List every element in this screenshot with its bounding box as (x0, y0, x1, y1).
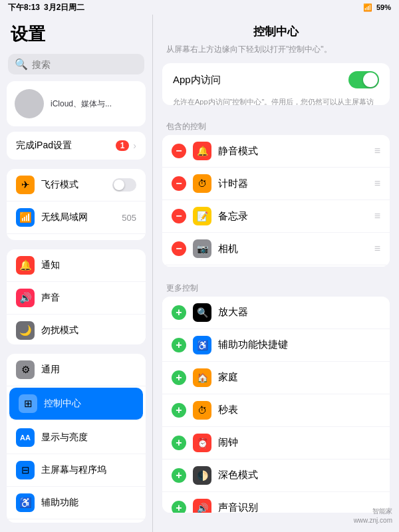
more-control-row: + 🏠 家庭 (162, 362, 390, 394)
profile-section[interactable]: iCloud、媒体与... (7, 81, 146, 126)
display-label: 显示与亮度 (41, 432, 136, 444)
battery-label: 59% (376, 3, 391, 11)
main-layout: 设置 🔍 iCloud、媒体与... 完成iPad设置 1 › ✈ 飞行模式 (0, 15, 399, 532)
more-controls-card: + 🔍 放大器 + ♿ 辅助功能快捷键 + 🏠 家庭 + ⏱ 秒表 + ⏰ 闹钟… (162, 297, 390, 513)
display-icon: AA (16, 428, 35, 447)
drag-handle-icon[interactable]: ≡ (374, 178, 380, 190)
dnd-icon: 🌙 (16, 321, 35, 340)
control-label: 秒表 (218, 404, 380, 416)
sidebar-item-notifications[interactable]: 🔔 通知 (7, 249, 146, 282)
wifi-value: 505 (122, 213, 136, 223)
sidebar-item-general[interactable]: ⚙ 通用 (7, 354, 146, 386)
included-controls-card: − 🔔 静音模式 ≡ − ⏱ 计时器 ≡ − 📝 备忘录 ≡ − 📷 相机 ≡ … (162, 135, 390, 266)
drag-handle-icon[interactable]: ≡ (374, 145, 380, 157)
time-label: 下午8:13 (8, 2, 40, 13)
profile-subtitle: iCloud、媒体与... (51, 98, 112, 110)
general-icon: ⚙ (16, 360, 35, 379)
controlcenter-label: 控制中心 (44, 398, 134, 410)
status-icons: 📶 59% (363, 3, 391, 12)
add-control-button[interactable]: + (172, 338, 186, 352)
chevron-right-icon: › (133, 140, 136, 151)
search-input[interactable] (32, 59, 138, 70)
control-icon: 🔔 (193, 142, 211, 160)
control-label: 相机 (218, 243, 368, 255)
control-icon: ♿ (193, 336, 211, 354)
sidebar-item-accessibility[interactable]: ♿ 辅助功能 (7, 487, 146, 519)
sidebar: 设置 🔍 iCloud、媒体与... 完成iPad设置 1 › ✈ 飞行模式 (0, 15, 153, 532)
included-control-row: − ⬛ 扫码器 ≡ (162, 265, 390, 266)
complete-setup-row[interactable]: 完成iPad设置 1 › (7, 132, 146, 160)
add-control-button[interactable]: + (172, 403, 186, 418)
accessibility-label: 辅助功能 (41, 497, 136, 509)
control-icon: ⏰ (193, 434, 211, 452)
avatar (15, 89, 44, 118)
sidebar-group-system: 🔔 通知 🔊 声音 🌙 勿扰模式 ⏳ 屏幕使用时间 (7, 249, 146, 344)
search-icon: 🔍 (15, 58, 28, 70)
remove-control-button[interactable]: − (172, 209, 186, 223)
panel-title: 控制中心 (153, 15, 399, 43)
sidebar-item-airplane[interactable]: ✈ 飞行模式 (7, 169, 146, 201)
airplane-icon: ✈ (16, 176, 35, 194)
more-control-row: + ♿ 辅助功能快捷键 (162, 329, 390, 362)
sidebar-item-controlcenter[interactable]: ⊞ 控制中心 (9, 388, 143, 420)
sidebar-item-dnd[interactable]: 🌙 勿扰模式 (7, 315, 146, 344)
included-section-header: 包含的控制 (153, 116, 399, 135)
control-label: 放大器 (218, 306, 380, 319)
sidebar-item-bluetooth[interactable]: ⬡ 蓝牙 打开 (7, 234, 146, 240)
more-control-row: + 🌓 深色模式 (162, 460, 390, 492)
sidebar-group-connectivity: ✈ 飞行模式 📶 无线局域网 505 ⬡ 蓝牙 打开 (7, 169, 146, 240)
app-access-label: App内访问 (173, 74, 221, 86)
sound-icon: 🔊 (16, 289, 35, 307)
control-label: 备忘录 (218, 210, 368, 223)
app-access-row: App内访问 (162, 63, 390, 96)
search-bar[interactable]: 🔍 (8, 54, 144, 74)
setup-badge: 1 (116, 140, 130, 151)
included-control-row: − ⏱ 计时器 ≡ (162, 168, 390, 200)
sidebar-item-homescreen[interactable]: ⊟ 主屏幕与程序坞 (7, 454, 146, 487)
remove-control-button[interactable]: − (172, 241, 186, 256)
sidebar-item-sound[interactable]: 🔊 声音 (7, 282, 146, 315)
add-control-button[interactable]: + (172, 468, 186, 483)
control-label: 计时器 (218, 178, 368, 190)
control-icon: 📝 (193, 207, 211, 225)
notifications-label: 通知 (41, 259, 136, 271)
drag-handle-icon[interactable]: ≡ (374, 243, 380, 255)
control-icon: 🔍 (193, 303, 211, 322)
wifi-label: 无线局域网 (41, 211, 115, 223)
control-icon: ⏱ (193, 401, 211, 420)
accessibility-icon: ♿ (16, 493, 35, 512)
status-time: 下午8:13 3月2日周二 (8, 2, 84, 13)
date-label: 3月2日周二 (44, 2, 84, 13)
control-icon: 🌓 (193, 466, 211, 485)
remove-control-button[interactable]: − (172, 176, 186, 191)
sidebar-item-display[interactable]: AA 显示与亮度 (7, 422, 146, 454)
panel-top-desc: 从屏幕右上方边缘向下轻划以打开"控制中心"。 (153, 43, 399, 63)
add-control-button[interactable]: + (172, 436, 186, 450)
homescreen-label: 主屏幕与程序坞 (41, 464, 136, 476)
sidebar-item-wallpaper[interactable]: 🌸 墙纸 (7, 519, 146, 523)
sidebar-group-customization: ⚙ 通用 ⊞ 控制中心 AA 显示与亮度 ⊟ 主屏幕与程序坞 ♿ 辅助功能 🌸 … (7, 354, 146, 523)
control-label: 静音模式 (218, 145, 368, 158)
remove-control-button[interactable]: − (172, 144, 186, 158)
control-icon: ⏱ (193, 174, 211, 193)
app-access-toggle[interactable] (348, 71, 379, 88)
notifications-icon: 🔔 (16, 256, 35, 275)
homescreen-icon: ⊟ (16, 461, 35, 479)
sidebar-item-wifi[interactable]: 📶 无线局域网 505 (7, 201, 146, 234)
more-control-row: + 🔍 放大器 (162, 297, 390, 329)
control-label: 闹钟 (218, 436, 380, 449)
wifi-icon: 📶 (16, 208, 35, 227)
complete-setup-label: 完成iPad设置 (16, 140, 72, 152)
drag-handle-icon[interactable]: ≡ (374, 210, 380, 222)
add-control-button[interactable]: + (172, 501, 186, 513)
add-control-button[interactable]: + (172, 370, 186, 385)
more-control-row: + ⏰ 闹钟 (162, 427, 390, 460)
sound-label: 声音 (41, 292, 136, 304)
dnd-label: 勿扰模式 (41, 325, 136, 336)
airplane-toggle[interactable] (112, 178, 136, 192)
right-panel: 控制中心 从屏幕右上方边缘向下轻划以打开"控制中心"。 App内访问 允许在Ap… (153, 15, 399, 532)
add-control-button[interactable]: + (172, 305, 186, 320)
control-label: 深色模式 (218, 469, 380, 481)
included-control-row: − 🔔 静音模式 ≡ (162, 135, 390, 168)
more-control-row: + ⏱ 秒表 (162, 394, 390, 427)
